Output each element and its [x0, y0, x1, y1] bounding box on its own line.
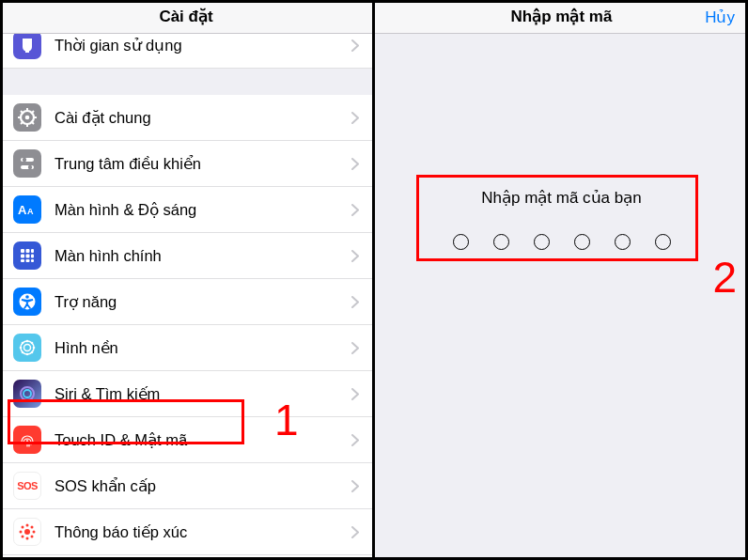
svg-point-47: [31, 536, 34, 538]
exposure-icon: [13, 518, 41, 546]
svg-point-42: [20, 531, 23, 534]
row-general[interactable]: Cài đặt chung: [0, 95, 372, 141]
svg-point-13: [28, 165, 32, 169]
row-label: Trợ năng: [55, 293, 351, 311]
fingerprint-icon: [13, 426, 41, 454]
svg-rect-22: [21, 259, 24, 262]
svg-text:A: A: [18, 203, 27, 217]
siri-icon: [13, 380, 41, 408]
row-control-center[interactable]: Trung tâm điều khiển: [0, 141, 372, 187]
chevron-right-icon: [351, 342, 359, 354]
svg-point-30: [26, 353, 29, 356]
svg-point-39: [24, 529, 30, 535]
svg-point-45: [31, 526, 34, 529]
cancel-button[interactable]: Hủy: [705, 7, 735, 26]
passcode-prompt: Nhập mật mã của bạn: [375, 188, 748, 208]
row-wallpaper[interactable]: Hình nền: [0, 325, 372, 371]
settings-panel: Cài đặt Thời gian sử dụng Cài đặt chung: [0, 0, 375, 560]
chevron-right-icon: [351, 526, 359, 538]
svg-point-34: [31, 342, 34, 345]
svg-point-38: [23, 390, 31, 397]
svg-text:A: A: [27, 207, 34, 216]
row-label: Thời gian sử dụng: [55, 37, 351, 54]
svg-point-35: [22, 351, 24, 354]
svg-rect-18: [31, 249, 34, 253]
row-label: Màn hình & Độ sáng: [55, 201, 351, 219]
svg-point-46: [22, 536, 24, 538]
passcode-dot: [574, 234, 590, 250]
homegrid-icon: [13, 241, 41, 270]
chevron-right-icon: [351, 296, 359, 308]
row-label: SOS khẩn cấp: [55, 477, 351, 495]
passcode-dot: [615, 234, 631, 250]
svg-rect-17: [26, 249, 30, 253]
row-touch-id-passcode[interactable]: Touch ID & Mật mã: [0, 417, 372, 463]
chevron-right-icon: [351, 112, 359, 124]
svg-point-28: [24, 345, 31, 351]
chevron-right-icon: [351, 39, 359, 52]
chevron-right-icon: [351, 388, 359, 400]
passcode-dot: [493, 234, 509, 250]
textsize-icon: AA: [13, 195, 41, 224]
svg-point-33: [22, 342, 24, 345]
chevron-right-icon: [351, 158, 359, 170]
row-label: Hình nền: [55, 339, 351, 357]
row-display-brightness[interactable]: AA Màn hình & Độ sáng: [0, 187, 372, 233]
settings-list[interactable]: Thời gian sử dụng Cài đặt chung Trung tâ…: [0, 34, 372, 560]
svg-rect-20: [26, 255, 30, 258]
svg-rect-19: [21, 255, 24, 258]
row-screen-time[interactable]: Thời gian sử dụng: [0, 34, 372, 69]
section-gap: [0, 69, 372, 95]
svg-rect-23: [26, 259, 30, 262]
sos-icon: SOS: [13, 472, 41, 500]
svg-point-11: [23, 158, 26, 162]
passcode-dot: [534, 234, 550, 250]
gear-icon: [13, 103, 41, 132]
annotation-number-2: 2: [712, 252, 737, 303]
passcode-dot: [453, 234, 469, 250]
passcode-dots[interactable]: [375, 234, 748, 250]
svg-point-40: [26, 524, 29, 527]
wallpaper-icon: [13, 334, 41, 362]
row-label: Trung tâm điều khiển: [55, 155, 351, 173]
passcode-title: Nhập mật mã: [511, 7, 613, 26]
screentime-icon: [13, 34, 41, 59]
row-label: Cài đặt chung: [55, 109, 351, 127]
settings-header: Cài đặt: [0, 0, 372, 34]
settings-title: Cài đặt: [159, 7, 212, 26]
svg-rect-24: [31, 259, 34, 262]
row-label: Thông báo tiếp xúc: [55, 523, 351, 541]
passcode-body: Nhập mật mã của bạn 2: [375, 34, 748, 560]
chevron-right-icon: [351, 434, 359, 446]
svg-point-36: [31, 351, 34, 354]
switches-icon: [13, 149, 41, 178]
svg-point-31: [20, 347, 23, 350]
row-exposure-notifications[interactable]: Thông báo tiếp xúc: [0, 509, 372, 555]
row-partial-bottom[interactable]: [0, 555, 372, 560]
svg-point-1: [25, 116, 30, 120]
row-home-screen[interactable]: Màn hình chính: [0, 233, 372, 279]
svg-rect-21: [31, 255, 34, 258]
svg-rect-16: [21, 249, 24, 253]
svg-point-43: [33, 531, 36, 534]
chevron-right-icon: [351, 204, 359, 216]
svg-point-32: [33, 347, 36, 350]
svg-point-29: [26, 340, 29, 343]
svg-point-41: [26, 537, 29, 540]
row-label: Màn hình chính: [55, 247, 351, 265]
passcode-header: Nhập mật mã Hủy: [375, 0, 748, 34]
chevron-right-icon: [351, 480, 359, 492]
row-accessibility[interactable]: Trợ năng: [0, 279, 372, 325]
passcode-panel: Nhập mật mã Hủy Nhập mật mã của bạn 2: [375, 0, 748, 560]
chevron-right-icon: [351, 250, 359, 262]
row-label: Touch ID & Mật mã: [55, 431, 351, 449]
row-emergency-sos[interactable]: SOS SOS khẩn cấp: [0, 463, 372, 509]
svg-point-44: [22, 526, 24, 529]
svg-point-26: [25, 295, 29, 299]
row-label: Siri & Tìm kiếm: [55, 385, 351, 403]
row-siri-search[interactable]: Siri & Tìm kiếm: [0, 371, 372, 417]
accessibility-icon: [13, 288, 41, 316]
passcode-dot: [655, 234, 671, 250]
